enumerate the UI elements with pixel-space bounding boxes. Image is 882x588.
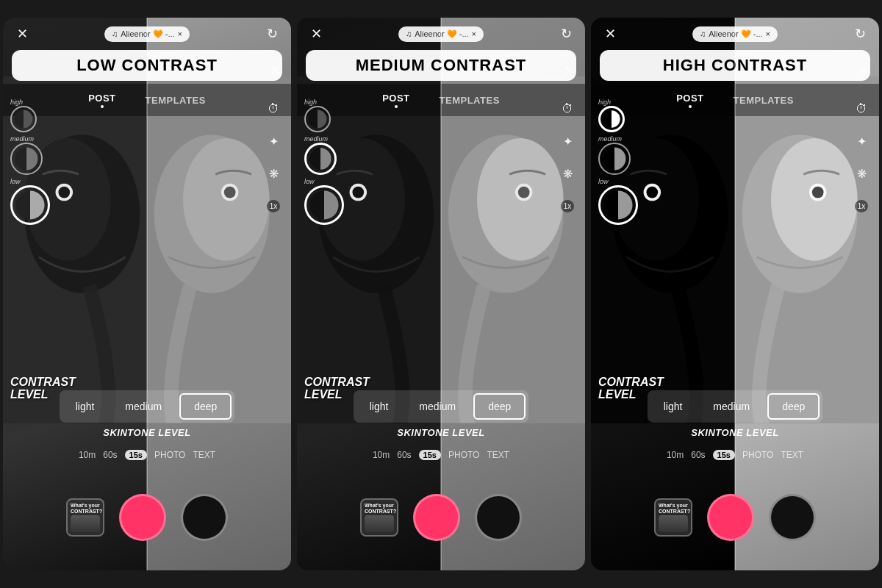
- skintone-medium-btn[interactable]: medium: [406, 393, 469, 420]
- music-icon: ♫: [700, 29, 706, 38]
- medium-contrast-screen: ✕ ♫ Alieenor 🧡 -... × ↻ MEDIUM CONTRAST …: [297, 18, 585, 570]
- nav-templates[interactable]: TEMPLATES: [440, 95, 500, 106]
- timer-text[interactable]: TEXT: [193, 450, 215, 460]
- dismiss-button[interactable]: ✕: [560, 62, 578, 79]
- music-close-icon[interactable]: ×: [178, 29, 182, 38]
- dismiss-button[interactable]: ✕: [266, 62, 284, 79]
- skintone-medium-btn[interactable]: medium: [700, 393, 763, 420]
- nav-templates-label: TEMPLATES: [734, 95, 794, 106]
- nav-templates[interactable]: TEMPLATES: [146, 95, 206, 106]
- close-button[interactable]: ✕: [12, 24, 32, 44]
- contrast-low-item: low: [10, 178, 50, 225]
- timer-icon[interactable]: ⏱: [263, 98, 284, 119]
- low-circle[interactable]: [10, 185, 50, 225]
- shutter-black-button[interactable]: [769, 494, 816, 541]
- nav-post-dot: [395, 105, 398, 108]
- low-label: low: [10, 178, 21, 185]
- skintone-buttons: light medium deep: [648, 390, 823, 423]
- dismiss-button[interactable]: ✕: [854, 62, 872, 79]
- preview-text: What's your CONTRAST?: [659, 503, 688, 514]
- sparkle-icon[interactable]: ✦: [263, 131, 284, 151]
- effects-icon[interactable]: ❋: [851, 163, 872, 184]
- low-circle[interactable]: [304, 185, 344, 225]
- timer-60s[interactable]: 60s: [103, 450, 117, 460]
- close-button[interactable]: ✕: [306, 24, 326, 44]
- effects-icon[interactable]: ❋: [557, 163, 578, 184]
- skintone-medium-btn[interactable]: medium: [112, 393, 175, 420]
- medium-label: medium: [304, 135, 328, 143]
- skintone-light-btn[interactable]: light: [650, 393, 696, 420]
- nav-post-label: POST: [88, 93, 115, 104]
- timer-15s[interactable]: 15s: [419, 450, 441, 460]
- medium-label: medium: [598, 135, 622, 143]
- shutter-pink-button[interactable]: [119, 494, 166, 541]
- music-close-icon[interactable]: ×: [766, 29, 770, 38]
- skintone-light-btn[interactable]: light: [62, 393, 108, 420]
- shutter-area: What's your CONTRAST?: [3, 494, 291, 541]
- timer-10m[interactable]: 10m: [373, 450, 390, 460]
- timer-text[interactable]: TEXT: [781, 450, 803, 460]
- nav-post[interactable]: POST: [88, 93, 115, 108]
- low-circle[interactable]: [598, 185, 638, 225]
- refresh-button[interactable]: ↻: [556, 24, 576, 44]
- preview-face: [365, 515, 394, 532]
- skintone-light-btn[interactable]: light: [356, 393, 402, 420]
- zoom-control[interactable]: 1x: [851, 196, 872, 216]
- nav-post-dot: [101, 105, 104, 108]
- refresh-button[interactable]: ↻: [262, 24, 282, 44]
- close-button[interactable]: ✕: [600, 24, 620, 44]
- svg-point-24: [646, 187, 658, 198]
- high-circle[interactable]: [304, 106, 331, 132]
- music-close-icon[interactable]: ×: [472, 29, 476, 38]
- sparkle-icon[interactable]: ✦: [851, 131, 872, 151]
- effects-icon[interactable]: ❋: [263, 163, 284, 184]
- nav-post-dot: [689, 105, 692, 108]
- sidebar-icons: ⏱ ✦ ❋ 1x: [851, 98, 872, 216]
- timer-text[interactable]: TEXT: [487, 450, 509, 460]
- high-circle[interactable]: [10, 106, 37, 132]
- shutter-pink-button[interactable]: [413, 494, 460, 541]
- medium-label: medium: [10, 135, 34, 143]
- nav-post[interactable]: POST: [676, 93, 703, 108]
- timer-10m[interactable]: 10m: [667, 450, 684, 460]
- preview-thumbnail[interactable]: What's your CONTRAST?: [360, 498, 398, 537]
- timer-10m[interactable]: 10m: [79, 450, 96, 460]
- contrast-level-selector: high medium low: [598, 98, 638, 225]
- medium-circle[interactable]: [304, 143, 337, 175]
- contrast-level-selector: high medium low: [10, 98, 50, 225]
- medium-circle[interactable]: [598, 143, 631, 175]
- center-divider: [734, 18, 736, 570]
- timer-photo[interactable]: PHOTO: [448, 450, 479, 460]
- high-label: high: [304, 98, 317, 106]
- refresh-button[interactable]: ↻: [850, 24, 870, 44]
- preview-thumbnail[interactable]: What's your CONTRAST?: [654, 498, 692, 537]
- preview-thumbnail[interactable]: What's your CONTRAST?: [66, 498, 104, 537]
- skintone-deep-btn[interactable]: deep: [179, 393, 232, 420]
- timer-15s[interactable]: 15s: [713, 450, 735, 460]
- sparkle-icon[interactable]: ✦: [557, 131, 578, 151]
- contrast-medium-item: medium: [304, 135, 344, 175]
- nav-templates[interactable]: TEMPLATES: [734, 95, 794, 106]
- high-circle[interactable]: [598, 106, 625, 132]
- timer-60s[interactable]: 60s: [691, 450, 705, 460]
- shutter-black-button[interactable]: [475, 494, 522, 541]
- shutter-area: What's your CONTRAST?: [591, 494, 879, 541]
- preview-text: What's your CONTRAST?: [71, 503, 100, 514]
- nav-post[interactable]: POST: [382, 93, 409, 108]
- zoom-control[interactable]: 1x: [557, 196, 578, 216]
- skintone-deep-btn[interactable]: deep: [767, 393, 820, 420]
- zoom-control[interactable]: 1x: [263, 196, 284, 216]
- shutter-pink-button[interactable]: [707, 494, 754, 541]
- timer-photo[interactable]: PHOTO: [154, 450, 185, 460]
- timer-photo[interactable]: PHOTO: [742, 450, 773, 460]
- timer-row: 10m 60s 15s PHOTO TEXT: [591, 450, 879, 460]
- shutter-black-button[interactable]: [181, 494, 228, 541]
- timer-icon[interactable]: ⏱: [851, 98, 872, 119]
- svg-point-14: [352, 187, 364, 198]
- preview-text: What's your CONTRAST?: [365, 503, 394, 514]
- timer-60s[interactable]: 60s: [397, 450, 411, 460]
- timer-icon[interactable]: ⏱: [557, 98, 578, 119]
- skintone-deep-btn[interactable]: deep: [473, 393, 526, 420]
- timer-15s[interactable]: 15s: [125, 450, 147, 460]
- medium-circle[interactable]: [10, 143, 43, 175]
